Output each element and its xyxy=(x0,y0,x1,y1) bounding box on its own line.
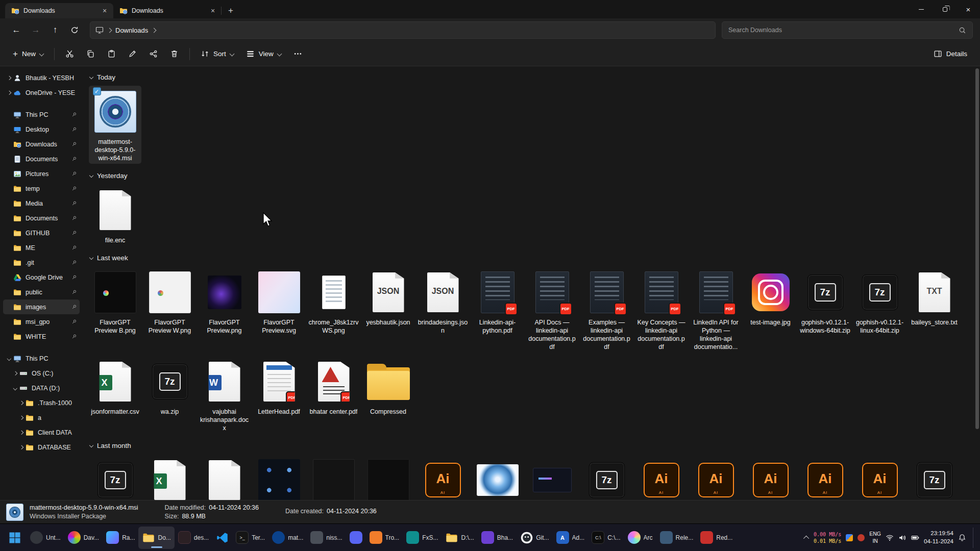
file-tile[interactable]: AdobeStock_594399656 [Converted].ai xyxy=(416,454,469,500)
new-tab-button[interactable]: + xyxy=(224,4,238,17)
sidebar-item-msi-gpo[interactable]: msi_gpo xyxy=(3,314,80,329)
chevron-right-icon[interactable] xyxy=(11,372,19,375)
scrollbar[interactable] xyxy=(975,68,979,498)
sidebar-item-pictures[interactable]: Pictures xyxy=(3,166,80,181)
file-tile[interactable]: chrome_J8sk1zrvWS.png xyxy=(307,266,360,353)
taskbar-app-rain[interactable]: Ra... xyxy=(103,527,138,549)
address-bar[interactable]: Downloads xyxy=(90,21,716,39)
file-tile[interactable]: FlavorGPT Preview.svg xyxy=(253,266,305,353)
file-tile[interactable]: wa.zip xyxy=(143,356,196,434)
taskbar-app-resolve[interactable]: Dav... xyxy=(64,527,103,549)
sidebar-item-documents[interactable]: Documents xyxy=(3,152,80,166)
breadcrumb[interactable]: Downloads xyxy=(115,27,148,34)
file-tile[interactable]: Linkedin-api-python.pdf xyxy=(471,266,524,353)
sidebar-item-downloads[interactable]: Downloads xyxy=(3,137,80,152)
sidebar-item--git[interactable]: .git xyxy=(3,255,80,270)
chevron-right-icon[interactable] xyxy=(17,416,25,419)
file-tile[interactable]: DOCUMENT.zip xyxy=(908,454,961,500)
view-button[interactable]: View xyxy=(240,45,287,63)
file-tile[interactable]: AdobeStock_594399656 - Copy.ai xyxy=(799,454,851,500)
back-button[interactable]: ← xyxy=(7,21,26,39)
file-tile[interactable]: Homem_Aranha.cdr xyxy=(198,454,251,500)
file-tile[interactable]: AdobeStock_594399656 [Converted] copy.ai xyxy=(635,454,688,500)
search-input[interactable] xyxy=(728,27,954,34)
sidebar-item-client-data[interactable]: Client DATA xyxy=(3,425,80,440)
file-tile[interactable]: jsonformatter.csv xyxy=(89,356,141,434)
refresh-button[interactable] xyxy=(65,21,84,39)
pin-icon[interactable] xyxy=(70,127,78,132)
tray-overflow-chevron-icon[interactable] xyxy=(803,535,809,541)
pin-icon[interactable] xyxy=(70,289,78,295)
sidebar-item-os-c-[interactable]: OS (C:) xyxy=(3,366,80,381)
battery-icon[interactable] xyxy=(911,534,919,542)
taskbar-app-github[interactable]: Git... xyxy=(517,527,552,549)
group-header-last-month[interactable]: Last month xyxy=(90,439,976,452)
sidebar-item-github[interactable]: GITHUB xyxy=(3,226,80,240)
minimize-button[interactable] xyxy=(910,0,933,18)
file-tile[interactable]: yashvidotdev_AssignmentRepo-main.zip xyxy=(580,454,633,500)
pin-icon[interactable] xyxy=(70,230,78,236)
details-pane-button[interactable]: Details xyxy=(928,45,973,63)
file-tile[interactable]: API Docs — linkedin-api documentation.pd… xyxy=(526,266,578,353)
taskbar-app-mattermost[interactable]: mat... xyxy=(268,527,307,549)
delete-button[interactable] xyxy=(164,45,184,63)
file-tile[interactable]: test-image.jpg xyxy=(744,266,797,353)
sidebar-item-a[interactable]: a xyxy=(3,410,80,425)
taskbar-app-fxs[interactable]: FxS... xyxy=(403,527,442,549)
pin-icon[interactable] xyxy=(70,112,78,117)
pin-icon[interactable] xyxy=(70,141,78,147)
paste-button[interactable] xyxy=(102,45,121,63)
taskbar-app-arc[interactable]: Arc xyxy=(624,527,656,549)
taskbar-app-vscode[interactable] xyxy=(212,527,232,549)
selection-checkbox[interactable]: ✓ xyxy=(93,87,101,95)
chevron-right-icon[interactable] xyxy=(17,431,25,434)
file-tile[interactable]: FlavorGPT Preview.png xyxy=(198,266,251,353)
sidebar-item-temp[interactable]: temp xyxy=(3,181,80,196)
file-tile[interactable]: bhatar center.pdf xyxy=(307,356,360,434)
sidebar-item-white[interactable]: WHITE xyxy=(3,329,80,344)
taskbar-app-obs[interactable]: Unt... xyxy=(27,527,64,549)
pin-icon[interactable] xyxy=(70,186,78,191)
file-tile[interactable]: LinkedIn API for Python — linkedin-api d… xyxy=(690,266,742,353)
file-tile[interactable]: Rectangle 7.png xyxy=(362,454,414,500)
file-tile[interactable]: m2m377xc.png xyxy=(471,454,524,500)
file-tile[interactable]: FlavorGPT Preview B.png xyxy=(89,266,141,353)
file-tile[interactable]: AdobeStock_684425862.ai xyxy=(690,454,742,500)
pin-icon[interactable] xyxy=(70,260,78,265)
sidebar-item-documents[interactable]: Documents xyxy=(3,211,80,226)
tab-close-icon[interactable]: × xyxy=(208,6,217,15)
file-tile[interactable]: AdobeStock_594399656.ai xyxy=(853,454,906,500)
new-button[interactable]: + New xyxy=(7,45,49,63)
sidebar-item-media[interactable]: Media xyxy=(3,196,80,211)
sidebar-item-this-pc[interactable]: This PC xyxy=(3,351,80,366)
chevron-down-icon[interactable] xyxy=(11,387,19,390)
chevron-right-icon[interactable] xyxy=(5,91,13,94)
taskbar-app-explorer[interactable]: Do... xyxy=(138,527,174,549)
pin-icon[interactable] xyxy=(70,334,78,339)
pin-icon[interactable] xyxy=(70,319,78,324)
group-header-yesterday[interactable]: Yesterday xyxy=(90,169,976,182)
taskbar-app-adobe[interactable]: Ad... xyxy=(553,527,589,549)
clock[interactable]: 23:19:54 04-11-2024 xyxy=(924,530,953,545)
file-tile[interactable]: vajubhai krishanapark.docx xyxy=(198,356,251,434)
file-tile[interactable]: ✓mattermost-desktop-5.9.0-win-x64.msi xyxy=(89,86,141,164)
file-tile[interactable]: Key Concepts — linkedin-api documentatio… xyxy=(635,266,688,353)
sidebar-item-this-pc[interactable]: This PC xyxy=(3,107,80,122)
file-tile[interactable]: Examples — linkedin-api documentation.pd… xyxy=(580,266,633,353)
network-speed-widget[interactable]: 0.00 MB/s 0.01 MB/s xyxy=(814,531,841,544)
file-tile[interactable]: saveweb2zip-com-www-harness-io.zip xyxy=(89,454,141,500)
language-indicator[interactable]: ENG IN xyxy=(869,531,881,544)
taskbar-app-cmd[interactable]: C:\... xyxy=(588,527,624,549)
scrollbar-thumb[interactable] xyxy=(975,68,979,429)
show-desktop-strip[interactable] xyxy=(973,528,975,548)
sidebar-item-desktop[interactable]: Desktop xyxy=(3,122,80,137)
restore-button[interactable] xyxy=(933,0,957,18)
taskbar-app-folderwin[interactable]: D:\... xyxy=(442,527,477,549)
file-tile[interactable]: AdobeStock_684401528.ai xyxy=(744,454,797,500)
file-tile[interactable]: brindadesings.json xyxy=(416,266,469,353)
file-tile[interactable]: file.enc xyxy=(89,184,141,246)
notification-bell-icon[interactable] xyxy=(958,534,966,542)
pin-icon[interactable] xyxy=(70,156,78,162)
pin-icon[interactable] xyxy=(70,304,78,310)
file-tile[interactable]: gophish-v0.12.1-linux-64bit.zip xyxy=(853,266,906,353)
